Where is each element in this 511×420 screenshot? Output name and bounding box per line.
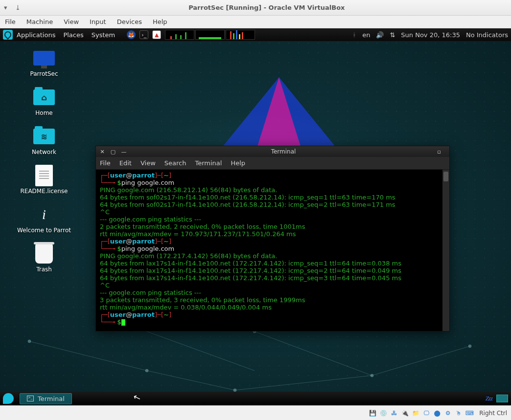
vbox-folder-icon[interactable]: 📁	[412, 409, 419, 417]
parrot-menu-icon[interactable]	[3, 30, 13, 40]
terminal-close-icon[interactable]: ✕	[99, 148, 106, 155]
vbox-menu-machine[interactable]: Machine	[26, 18, 53, 25]
terminal-cursor	[121, 319, 125, 326]
vbox-statusbar: 💾 💿 🖧 🔌 📁 🖵 ⬤ ⚙ 🖱 ⌨ Right Ctrl	[0, 405, 511, 420]
firefox-launcher-icon[interactable]: 🦊	[127, 30, 136, 39]
network-icon[interactable]: ⇅	[390, 31, 395, 39]
vbox-kbd-icon[interactable]: ⌨	[465, 409, 473, 417]
workspace-icon[interactable]	[496, 395, 508, 402]
vbox-net-icon[interactable]: 🖧	[390, 409, 398, 417]
vbox-menu-file[interactable]: File	[5, 18, 16, 25]
terminal-scrollbar[interactable]	[442, 170, 449, 331]
vbox-display-icon[interactable]: 🖵	[422, 409, 430, 417]
term-menu-search[interactable]: Search	[164, 159, 186, 167]
terminal-content[interactable]: ┌─[user@parrot]─[~] └──╼ $ping google.co…	[96, 170, 442, 331]
language-indicator[interactable]: en	[362, 31, 370, 39]
svg-point-13	[371, 374, 373, 377]
terminal-title: Terminal	[131, 148, 436, 155]
svg-line-6	[255, 332, 372, 376]
term-menu-file[interactable]: File	[100, 159, 111, 167]
terminal-icon	[27, 396, 34, 401]
taskbar-menu-icon[interactable]	[3, 393, 14, 404]
bluetooth-icon[interactable]: ᚼ	[352, 31, 356, 39]
guest-desktop: Applications Places System 🦊 ›_ ▲ ᚼ en 🔊…	[0, 28, 511, 405]
vbox-titlebar: ▾ ⤓ ParrotSec [Running] - Oracle VM Virt…	[0, 0, 511, 16]
terminal-menubar: File Edit View Search Terminal Help	[96, 157, 449, 170]
svg-line-7	[372, 346, 470, 376]
svg-point-11	[145, 369, 148, 372]
desktop-icon-parrotsec[interactable]: ParrotSec	[10, 48, 78, 77]
power-saver-icon[interactable]: Zzz	[486, 395, 492, 402]
top-panel: Applications Places System 🦊 ›_ ▲ ᚼ en 🔊…	[0, 28, 511, 41]
vbox-cpu-icon[interactable]: ⚙	[444, 409, 452, 417]
panel-applications[interactable]: Applications	[17, 31, 55, 39]
terminal-max-icon[interactable]: ▢	[110, 148, 116, 155]
terminal-restore-icon[interactable]: ▫	[436, 148, 442, 155]
tool-launcher-icon[interactable]: ▲	[152, 30, 161, 39]
desktop-icon-network[interactable]: ≋Network	[10, 126, 78, 155]
term-menu-edit[interactable]: Edit	[119, 159, 132, 167]
svg-point-10	[28, 340, 31, 343]
panel-places[interactable]: Places	[63, 31, 83, 39]
vbox-pin-icon[interactable]: ⤓	[15, 4, 21, 11]
terminal-min-icon[interactable]: —	[120, 148, 127, 155]
vbox-menu-devices[interactable]: Devices	[117, 18, 142, 25]
terminal-titlebar[interactable]: ✕ ▢ — Terminal ▫	[96, 146, 449, 157]
volume-icon[interactable]: 🔊	[376, 31, 384, 39]
vbox-usb-icon[interactable]: 🔌	[401, 409, 409, 417]
vbox-optical-icon[interactable]: 💿	[379, 409, 387, 417]
vbox-title: ParrotSec [Running] - Oracle VM VirtualB…	[26, 4, 507, 11]
bottom-taskbar: Terminal Zzz	[0, 392, 511, 405]
terminal-window: ✕ ▢ — Terminal ▫ File Edit View Search T…	[95, 146, 450, 332]
clock[interactable]: Sun Nov 20, 16:35	[401, 31, 460, 39]
desktop-icon-home[interactable]: ⌂Home	[10, 87, 78, 116]
svg-line-4	[29, 341, 147, 371]
vbox-minimize-icon[interactable]: ▾	[4, 4, 7, 11]
vbox-menu-help[interactable]: Help	[153, 18, 167, 25]
terminal-launcher-icon[interactable]: ›_	[139, 30, 148, 39]
svg-line-8	[147, 371, 235, 390]
svg-point-14	[468, 345, 471, 348]
desktop-icon-trash[interactable]: Trash	[10, 243, 78, 273]
desktop-icons: ParrotSec ⌂Home ≋Network README.license …	[10, 48, 78, 273]
system-monitor-applet[interactable]	[165, 30, 255, 40]
panel-system[interactable]: System	[92, 31, 115, 39]
vbox-menu-input[interactable]: Input	[90, 18, 106, 25]
no-indicators: No Indicators	[466, 31, 508, 39]
vbox-menubar: File Machine View Input Devices Help	[0, 16, 511, 28]
term-menu-view[interactable]: View	[140, 159, 156, 167]
vbox-hdd-icon[interactable]: 💾	[369, 409, 376, 417]
desktop-icon-readme[interactable]: README.license	[10, 165, 78, 195]
vbox-mouse-icon[interactable]: 🖱	[455, 409, 463, 417]
taskbar-task-terminal[interactable]: Terminal	[20, 393, 72, 404]
vbox-rec-icon[interactable]: ⬤	[433, 409, 441, 417]
term-menu-terminal[interactable]: Terminal	[195, 159, 222, 167]
svg-line-5	[147, 332, 255, 371]
vbox-menu-view[interactable]: View	[64, 18, 79, 25]
term-menu-help[interactable]: Help	[231, 159, 245, 167]
desktop-icon-welcome[interactable]: iWelcome to Parrot	[10, 204, 78, 234]
svg-line-9	[235, 376, 372, 390]
vbox-hostkey: Right Ctrl	[479, 410, 507, 417]
